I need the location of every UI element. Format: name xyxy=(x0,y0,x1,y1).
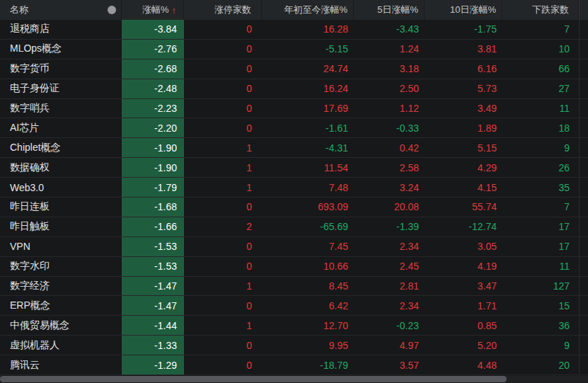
cell-decliner-count: 7 xyxy=(502,198,579,217)
cell-sector-name: 数据确权 xyxy=(0,158,122,177)
table-row[interactable]: 昨日触板 -1.66 2 -65.69 -1.39 -12.74 17 xyxy=(0,217,588,237)
table-row[interactable]: 昨日连板 -1.68 0 693.09 20.08 55.74 7 xyxy=(0,198,588,217)
cell-limit-up-count: 0 xyxy=(184,79,262,98)
cell-5day-change: 3.57 xyxy=(354,355,425,375)
cell-ytd-change: 10.66 xyxy=(262,257,354,276)
cell-10day-change: 3.47 xyxy=(425,277,502,296)
table-row[interactable]: Chiplet概念 -1.90 1 -4.31 0.42 5.15 9 xyxy=(0,138,588,158)
cell-limit-up-count: 0 xyxy=(184,20,262,39)
cell-sector-name: Web3.0 xyxy=(0,178,122,197)
cell-limit-up-count: 0 xyxy=(184,257,262,276)
table-row[interactable]: 腾讯云 -1.29 0 -18.79 3.57 4.48 20 xyxy=(0,355,588,375)
cell-sector-name: 电子身份证 xyxy=(0,79,122,98)
cell-5day-change: 0.42 xyxy=(354,138,425,157)
column-header-change[interactable]: 涨幅% ↑ xyxy=(122,0,184,20)
cell-sliver xyxy=(579,296,588,315)
table-row[interactable]: 数字经济 -1.47 1 8.45 2.81 3.47 127 xyxy=(0,277,588,297)
cell-10day-change: -12.74 xyxy=(425,217,502,236)
cell-5day-change: 2.58 xyxy=(354,158,425,177)
cell-sector-name: 腾讯云 xyxy=(0,355,122,375)
table-row[interactable]: ERP概念 -1.47 0 6.42 2.34 1.71 15 xyxy=(0,296,588,316)
cell-decliner-count: 26 xyxy=(502,158,579,177)
cell-5day-change: 20.08 xyxy=(354,198,425,217)
cell-decliner-count: 66 xyxy=(502,59,579,79)
horizontal-scrollbar[interactable] xyxy=(0,376,588,382)
cell-change-percent: -1.47 xyxy=(122,296,184,315)
cell-change-percent: -1.79 xyxy=(122,178,184,197)
cell-decliner-count: 17 xyxy=(502,237,579,256)
horizontal-scrollbar-thumb[interactable] xyxy=(0,376,507,382)
column-header-decliner-count[interactable]: 下跌家数 xyxy=(502,0,579,20)
cell-decliner-count: 20 xyxy=(502,355,579,375)
cell-10day-change: 4.15 xyxy=(425,178,502,197)
cell-limit-up-count: 0 xyxy=(184,59,262,79)
column-header-5day-label: 5日涨幅% xyxy=(377,4,418,16)
cell-10day-change: 5.73 xyxy=(425,79,502,98)
table-row[interactable]: 虚拟机器人 -1.33 0 9.95 4.97 5.20 9 xyxy=(0,336,588,355)
cell-change-percent: -3.84 xyxy=(122,20,184,39)
cell-sector-name: Chiplet概念 xyxy=(0,138,122,157)
cell-10day-change: 6.16 xyxy=(425,59,502,79)
table-row[interactable]: 数据确权 -1.90 1 11.54 2.58 4.29 26 xyxy=(0,158,588,178)
cell-change-percent: -1.33 xyxy=(122,336,184,355)
cell-ytd-change: 24.74 xyxy=(262,59,354,79)
cell-sector-name: AI芯片 xyxy=(0,118,122,137)
table-row[interactable]: MLOps概念 -2.76 0 -5.15 1.24 3.81 10 xyxy=(0,40,588,59)
table-row[interactable]: 数字水印 -1.53 0 10.66 2.45 4.19 11 xyxy=(0,257,588,277)
table-row[interactable]: 中俄贸易概念 -1.44 1 12.70 -0.23 0.85 36 xyxy=(0,316,588,336)
cell-change-percent: -1.90 xyxy=(122,158,184,177)
column-header-change-label: 涨幅% xyxy=(142,4,169,16)
cell-sliver xyxy=(579,20,588,39)
cell-5day-change: 2.34 xyxy=(354,237,425,256)
column-header-ytd-change[interactable]: 年初至今涨幅% xyxy=(262,0,354,20)
table-row[interactable]: 电子身份证 -2.48 0 16.24 2.50 5.73 27 xyxy=(0,79,588,99)
cell-ytd-change: 17.69 xyxy=(262,99,354,118)
table-row[interactable]: 退税商店 -3.84 0 16.28 -3.43 -1.75 7 xyxy=(0,20,588,40)
cell-10day-change: 3.05 xyxy=(425,237,502,256)
cell-change-percent: -2.48 xyxy=(122,79,184,98)
cell-sliver xyxy=(579,217,588,236)
cell-sliver xyxy=(579,178,588,197)
column-header-name[interactable]: 名称 xyxy=(0,0,122,20)
cell-ytd-change: -65.69 xyxy=(262,217,354,236)
table-row[interactable]: 数字哨兵 -2.23 0 17.69 1.12 3.49 11 xyxy=(0,99,588,119)
cell-change-percent: -2.23 xyxy=(122,99,184,118)
cell-ytd-change: 16.28 xyxy=(262,20,354,39)
cell-sector-name: 数字哨兵 xyxy=(0,99,122,118)
cell-10day-change: 3.49 xyxy=(425,99,502,118)
cell-sliver xyxy=(579,158,588,177)
column-header-decliner-label: 下跌家数 xyxy=(532,4,569,16)
cell-5day-change: -0.33 xyxy=(354,118,425,137)
column-header-limit-up-count[interactable]: 涨停家数 xyxy=(184,0,262,20)
cell-sliver xyxy=(579,316,588,335)
cell-ytd-change: 8.45 xyxy=(262,277,354,296)
cell-sliver xyxy=(579,59,588,79)
cell-decliner-count: 9 xyxy=(502,138,579,157)
cell-limit-up-count: 1 xyxy=(184,158,262,177)
cell-10day-change: 4.29 xyxy=(425,158,502,177)
cell-sector-name: 数字经济 xyxy=(0,277,122,296)
cell-ytd-change: -4.31 xyxy=(262,138,354,157)
cell-sector-name: 昨日连板 xyxy=(0,198,122,217)
cell-change-percent: -1.44 xyxy=(122,316,184,335)
cell-limit-up-count: 0 xyxy=(184,237,262,256)
table-row[interactable]: Web3.0 -1.79 1 7.48 3.24 4.15 35 xyxy=(0,178,588,198)
column-header-limit-up-label: 涨停家数 xyxy=(214,4,251,16)
column-header-ytd-label: 年初至今涨幅% xyxy=(284,4,347,16)
cell-5day-change: -3.43 xyxy=(354,20,425,39)
column-header-5day-change[interactable]: 5日涨幅% xyxy=(354,0,425,20)
cell-sliver xyxy=(579,198,588,217)
cell-5day-change: 3.24 xyxy=(354,178,425,197)
column-header-10day-change[interactable]: 10日涨幅% xyxy=(425,0,502,20)
table-row[interactable]: VPN -1.53 0 7.45 2.34 3.05 17 xyxy=(0,237,588,257)
cell-sliver xyxy=(579,40,588,59)
marker-dot-icon[interactable] xyxy=(108,6,116,14)
cell-sliver xyxy=(579,355,588,375)
table-row[interactable]: 数字货币 -2.68 0 24.74 3.18 6.16 66 xyxy=(0,59,588,79)
cell-10day-change: 5.20 xyxy=(425,336,502,355)
cell-decliner-count: 17 xyxy=(502,217,579,236)
cell-10day-change: 55.74 xyxy=(425,198,502,217)
cell-sliver xyxy=(579,99,588,118)
table-row[interactable]: AI芯片 -2.20 0 -1.61 -0.33 1.89 18 xyxy=(0,118,588,138)
cell-change-percent: -2.20 xyxy=(122,118,184,137)
